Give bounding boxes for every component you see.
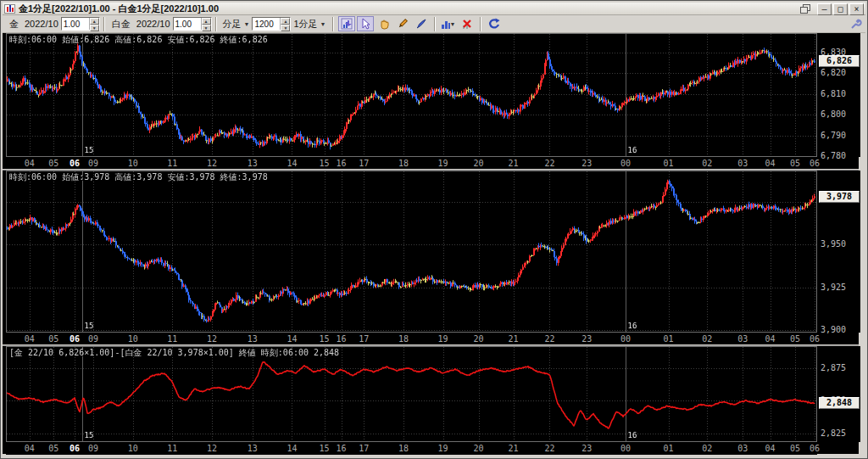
platinum-ohlc-info: 時刻:06:00 始値:3,978 高値:3,978 安値:3,978 終値:3… — [9, 171, 268, 183]
time-axis-label: 02 — [698, 444, 716, 453]
time-axis-label: 06 — [65, 444, 84, 453]
price-axis-label: 6,790 — [821, 131, 846, 140]
spread-time-axis: 0405060910111213141516171819202122230001… — [6, 443, 817, 455]
bar-count-spinner[interactable]: 1200 ▲▼ — [252, 17, 291, 31]
toolbar-separator — [215, 17, 217, 31]
gold-price-axis: 6,8306,8206,8106,8006,7906,780 — [818, 33, 860, 157]
spin-down-icon[interactable]: ▼ — [90, 25, 99, 31]
time-axis-label: 04 — [761, 444, 780, 453]
time-axis-label: 21 — [504, 444, 523, 453]
spin-down-icon[interactable]: ▼ — [281, 25, 290, 31]
date-change-label: 16 — [628, 431, 637, 439]
time-axis-label: 11 — [163, 444, 181, 453]
time-axis-label: 06 — [65, 334, 84, 344]
time-axis-label: 04 — [761, 334, 780, 344]
bar-type-dropdown[interactable]: 分足▼ — [220, 17, 253, 31]
time-axis-label: 10 — [124, 444, 142, 453]
close-button[interactable]: × — [849, 3, 864, 15]
gold-ratio-value[interactable]: 1.00 — [62, 18, 89, 30]
time-axis-label: 13 — [243, 159, 262, 168]
time-axis-label: 05 — [44, 334, 63, 344]
time-axis-label: 01 — [659, 444, 678, 453]
gold-candles-canvas — [7, 34, 816, 156]
maximize-button[interactable]: □ — [833, 3, 848, 15]
wrench-icon — [850, 19, 862, 30]
spin-up-icon[interactable]: ▲ — [90, 18, 99, 25]
time-axis-label: 13 — [243, 444, 262, 453]
time-axis-label: 16 — [332, 444, 351, 453]
spread-line-canvas — [7, 347, 816, 441]
time-axis-label: 14 — [282, 159, 301, 168]
platinum-time-axis: 0405060910111213141516171819202122230001… — [6, 333, 817, 345]
time-axis-label: 18 — [394, 159, 413, 168]
spin-up-icon[interactable]: ▲ — [281, 18, 290, 25]
gold-plot[interactable]: 時刻:06:00 始値:6,826 高値:6,826 安値:6,826 終値:6… — [6, 33, 817, 157]
time-axis-label: 05 — [786, 159, 804, 168]
time-axis-label: 22 — [540, 444, 559, 453]
time-axis-label: 01 — [659, 334, 678, 344]
gold-last-price-tag: 6,826 — [819, 55, 860, 67]
title-bar[interactable]: 金1分足[2022/10]1.00 - 白金1分足[2022/10]1.00 –… — [3, 3, 865, 15]
gold-contract-month: 2022/10 — [25, 19, 58, 29]
time-axis-label: 21 — [504, 334, 523, 344]
time-axis-label: 13 — [243, 334, 262, 344]
time-axis-label: 16 — [332, 159, 351, 168]
platinum-contract-month: 2022/10 — [136, 19, 170, 29]
chart-window: 金1分足[2022/10]1.00 - 白金1分足[2022/10]1.00 –… — [0, 0, 868, 459]
time-axis-label: 10 — [124, 159, 142, 168]
platinum-ratio-spinner[interactable]: 1.00 ▲▼ — [173, 17, 212, 31]
time-axis-label: 20 — [470, 159, 488, 168]
hand-icon — [378, 18, 390, 30]
settings-wrench-button[interactable] — [850, 18, 862, 33]
bar-count-value[interactable]: 1200 — [253, 18, 280, 30]
crosshair-tool-button[interactable] — [338, 16, 355, 31]
select-tool-button[interactable] — [357, 16, 374, 31]
minimize-button[interactable]: – — [817, 3, 832, 15]
platinum-candles-canvas — [7, 171, 816, 332]
time-axis-label: 23 — [577, 334, 596, 344]
price-axis-label: 3,950 — [821, 239, 846, 249]
spin-up-icon[interactable]: ▲ — [202, 18, 211, 25]
gold-candlestick-panel: 時刻:06:00 始値:6,826 高値:6,826 安値:6,826 終値:6… — [3, 33, 859, 169]
gold-ratio-spinner[interactable]: 1.00 ▲▼ — [61, 17, 100, 31]
platinum-ratio-value[interactable]: 1.00 — [174, 18, 201, 30]
interval-dropdown[interactable]: 1分足▼ — [291, 17, 328, 31]
toolbar: 金 2022/10 1.00 ▲▼ 白金 2022/10 1.00 ▲▼ 分足▼… — [3, 15, 865, 33]
time-axis-label: 14 — [282, 444, 301, 453]
layered-windows-icon[interactable] — [800, 4, 812, 14]
time-axis-label: 12 — [203, 444, 221, 453]
time-axis-label: 12 — [203, 159, 221, 168]
time-axis-label: 22 — [540, 334, 559, 344]
time-axis-label: 12 — [203, 334, 221, 344]
time-axis-label: 05 — [786, 444, 804, 453]
charts-area: 時刻:06:00 始値:6,826 高値:6,826 安値:6,826 終値:6… — [3, 33, 859, 454]
time-axis-label: 05 — [44, 444, 63, 453]
price-axis-label: 3,925 — [821, 283, 846, 292]
pan-tool-button[interactable] — [376, 16, 392, 31]
time-axis-label: 09 — [84, 159, 103, 168]
date-change-label: 16 — [628, 322, 637, 330]
delete-x-icon — [461, 18, 473, 30]
candlestick-app-icon — [4, 4, 15, 14]
spread-price-axis: 2,8752,8502,825 — [818, 346, 860, 442]
time-axis-label: 23 — [577, 444, 596, 453]
time-axis-label: 03 — [733, 159, 752, 168]
price-axis-label: 6,820 — [821, 68, 846, 77]
spin-down-icon[interactable]: ▼ — [202, 25, 211, 31]
chevron-down-icon: ▼ — [320, 21, 326, 27]
draw-freehand-tool-button[interactable] — [413, 16, 430, 31]
price-axis-label: 6,780 — [821, 151, 846, 160]
time-axis-label: 14 — [282, 334, 301, 344]
time-axis-label: 02 — [698, 159, 716, 168]
time-axis-label: 05 — [44, 159, 63, 168]
chart-type-button[interactable]: ▼ — [440, 16, 457, 31]
cursor-arrow-icon — [359, 18, 371, 30]
draw-line-tool-button[interactable] — [394, 16, 411, 31]
time-axis-label: 16 — [332, 334, 351, 344]
time-axis-label: 19 — [434, 444, 453, 453]
clear-chart-button[interactable] — [459, 16, 476, 31]
pencil-icon — [397, 18, 409, 30]
platinum-plot[interactable]: 時刻:06:00 始値:3,978 高値:3,978 安値:3,978 終値:3… — [6, 171, 817, 333]
spread-plot[interactable]: [金 22/10 6,826×1.00]-[白金 22/10 3,978×1.0… — [6, 346, 817, 442]
refresh-button[interactable] — [486, 16, 503, 31]
